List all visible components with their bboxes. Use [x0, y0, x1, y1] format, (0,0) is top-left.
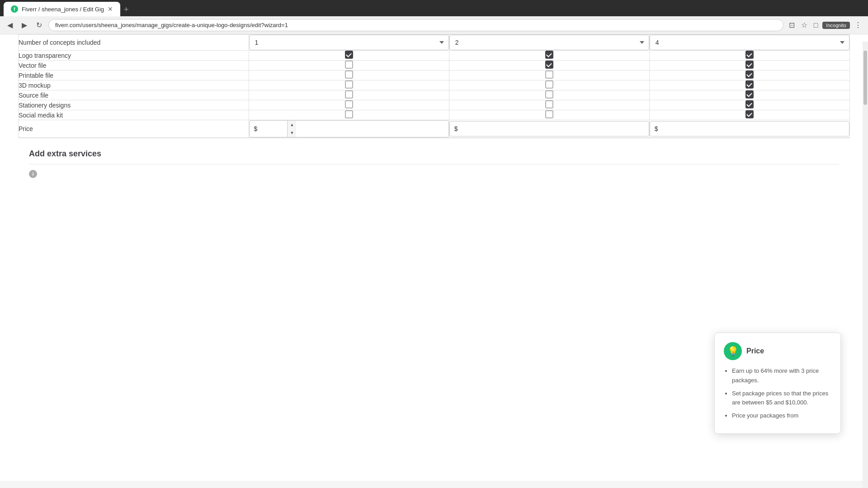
back-button[interactable]: ◀ — [5, 19, 15, 31]
table-row-vector_file: Vector file — [19, 61, 850, 70]
checkbox-vector_file-col2[interactable] — [545, 61, 553, 69]
check-cell-printable_file-col2[interactable] — [449, 70, 649, 80]
checkbox-logo_transparency-col3[interactable] — [745, 51, 754, 59]
check-cell-logo_transparency-col1[interactable] — [249, 51, 449, 61]
checkbox-logo_transparency-col1[interactable] — [345, 51, 353, 59]
check-cell-printable_file-col1[interactable] — [249, 70, 449, 80]
checkbox-wrapper-vector_file-col3 — [745, 61, 754, 69]
checkbox-social_media_kit-col2[interactable] — [545, 110, 553, 118]
price-cell-col2[interactable]: $ — [449, 120, 649, 138]
address-bar[interactable]: fiverr.com/users/sheena_jones/manage_gig… — [48, 19, 783, 31]
price-spinner-up-col1[interactable]: ▲ — [288, 121, 296, 129]
dropdown-cell-concepts-col3[interactable]: 12345 — [649, 35, 849, 51]
dropdown-cell-concepts-col2[interactable]: 12345 — [449, 35, 649, 51]
check-cell-vector_file-col2[interactable] — [449, 61, 649, 70]
check-cell-logo_transparency-col3[interactable] — [649, 51, 849, 61]
check-cell-stationery_designs-col3[interactable] — [649, 100, 849, 110]
checkbox-source_file-col3[interactable] — [745, 90, 754, 99]
checkbox-wrapper-logo_transparency-col1 — [345, 51, 353, 59]
row-label-vector_file: Vector file — [19, 61, 249, 70]
check-cell-vector_file-col1[interactable] — [249, 61, 449, 70]
table-row-3d_mockup: 3D mockup — [19, 80, 850, 90]
price-cell-col1[interactable]: $▲▼ — [249, 120, 449, 138]
dropdown-select-concepts-col1[interactable]: 12345 — [249, 35, 449, 50]
dropdown-select-concepts-col2[interactable]: 12345 — [449, 35, 649, 50]
table-row-social_media_kit: Social media kit — [19, 110, 850, 120]
price-input-wrapper-col2: $ — [449, 121, 649, 136]
tooltip-item-3: Price your packages from — [732, 411, 831, 421]
check-cell-stationery_designs-col1[interactable] — [249, 100, 449, 110]
row-label-source_file: Source file — [19, 90, 249, 100]
check-cell-source_file-col3[interactable] — [649, 90, 849, 100]
url-text: fiverr.com/users/sheena_jones/manage_gig… — [55, 22, 288, 28]
toolbar-icons: ⊡ ☆ □ Incognito ⋮ — [787, 19, 863, 31]
dropdown-cell-concepts-col1[interactable]: 12345 — [249, 35, 449, 51]
forward-button[interactable]: ▶ — [19, 19, 30, 31]
check-cell-social_media_kit-col1[interactable] — [249, 110, 449, 120]
row-label-concepts: Number of concepts included — [19, 35, 249, 51]
checkbox-wrapper-source_file-col2 — [545, 90, 553, 99]
bookmark-icon[interactable]: ☆ — [799, 19, 809, 31]
check-cell-source_file-col1[interactable] — [249, 90, 449, 100]
price-tooltip: 💡 Price Earn up to 64% more with 3 price… — [714, 333, 841, 434]
check-cell-printable_file-col3[interactable] — [649, 70, 849, 80]
check-cell-logo_transparency-col2[interactable] — [449, 51, 649, 61]
scrollbar-thumb[interactable] — [863, 51, 867, 105]
checkbox-wrapper-source_file-col1 — [345, 90, 353, 99]
checkbox-wrapper-social_media_kit-col2 — [545, 110, 553, 118]
check-cell-3d_mockup-col2[interactable] — [449, 80, 649, 90]
check-cell-social_media_kit-col3[interactable] — [649, 110, 849, 120]
checkbox-stationery_designs-col1[interactable] — [345, 100, 353, 108]
menu-icon[interactable]: ⋮ — [853, 19, 863, 31]
checkbox-3d_mockup-col2[interactable] — [545, 80, 553, 89]
check-cell-3d_mockup-col3[interactable] — [649, 80, 849, 90]
check-cell-source_file-col2[interactable] — [449, 90, 649, 100]
dropdown-select-concepts-col3[interactable]: 12345 — [650, 35, 849, 50]
info-icon[interactable]: i — [29, 170, 37, 178]
checkbox-vector_file-col1[interactable] — [345, 61, 353, 69]
tab-favicon: f — [11, 5, 18, 13]
profile-icon[interactable]: □ — [812, 19, 820, 31]
check-cell-vector_file-col3[interactable] — [649, 61, 849, 70]
checkbox-printable_file-col2[interactable] — [545, 70, 553, 79]
reload-button[interactable]: ↻ — [33, 19, 45, 31]
check-cell-social_media_kit-col2[interactable] — [449, 110, 649, 120]
checkbox-social_media_kit-col3[interactable] — [745, 110, 754, 118]
incognito-badge: Incognito — [822, 22, 850, 29]
checkbox-stationery_designs-col3[interactable] — [745, 100, 754, 108]
check-cell-3d_mockup-col1[interactable] — [249, 80, 449, 90]
scrollbar[interactable] — [863, 42, 868, 481]
checkbox-source_file-col1[interactable] — [345, 90, 353, 99]
price-input-col1[interactable] — [260, 122, 287, 136]
price-symbol-col2: $ — [450, 122, 461, 136]
checkbox-wrapper-3d_mockup-col1 — [345, 80, 353, 89]
price-cell-col3[interactable]: $ — [649, 120, 849, 138]
browser-tab-active[interactable]: f Fiverr / sheena_jones / Edit Gig ✕ — [4, 2, 120, 16]
tooltip-item-1: Earn up to 64% more with 3 price package… — [732, 366, 831, 385]
table-row-logo_transparency: Logo transparency — [19, 51, 850, 61]
checkbox-social_media_kit-col1[interactable] — [345, 110, 353, 118]
tab-close-button[interactable]: ✕ — [108, 5, 113, 13]
row-label-printable_file: Printable file — [19, 70, 249, 80]
checkbox-printable_file-col1[interactable] — [345, 70, 353, 79]
checkbox-wrapper-stationery_designs-col3 — [745, 100, 754, 108]
checkbox-wrapper-printable_file-col2 — [545, 70, 553, 79]
price-spinner-down-col1[interactable]: ▼ — [288, 129, 296, 137]
browser-toolbar: ◀ ▶ ↻ fiverr.com/users/sheena_jones/mana… — [0, 16, 868, 34]
checkbox-3d_mockup-col3[interactable] — [745, 80, 754, 89]
checkbox-printable_file-col3[interactable] — [745, 70, 754, 79]
tooltip-bulb-icon: 💡 — [724, 342, 742, 360]
price-spinner-col1: ▲▼ — [287, 121, 296, 137]
check-cell-stationery_designs-col2[interactable] — [449, 100, 649, 110]
extra-services-title: Add extra services — [29, 149, 839, 159]
cast-icon[interactable]: ⊡ — [787, 19, 797, 31]
checkbox-3d_mockup-col1[interactable] — [345, 80, 353, 89]
extra-services-section: Add extra services i — [18, 138, 850, 183]
price-input-col2[interactable] — [461, 122, 488, 136]
checkbox-stationery_designs-col2[interactable] — [545, 100, 553, 108]
checkbox-vector_file-col3[interactable] — [745, 61, 754, 69]
checkbox-logo_transparency-col2[interactable] — [545, 51, 553, 59]
checkbox-source_file-col2[interactable] — [545, 90, 553, 99]
new-tab-button[interactable]: + — [120, 3, 132, 16]
price-input-col3[interactable] — [661, 122, 688, 136]
